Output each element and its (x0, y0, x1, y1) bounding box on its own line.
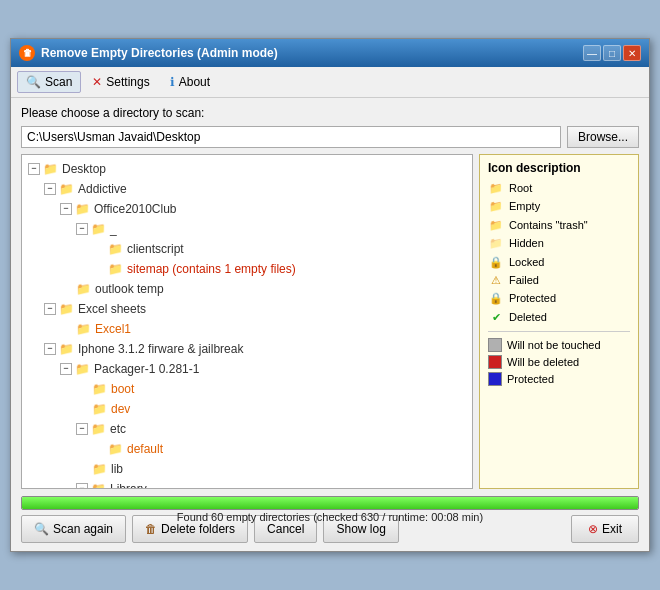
window-controls: — □ ✕ (583, 45, 641, 61)
folder-icon: 📁 (92, 400, 107, 418)
expand-icon[interactable]: − (44, 183, 56, 195)
node-label: outlook temp (95, 280, 164, 298)
folder-icon: 📁 (76, 280, 91, 298)
tree-row[interactable]: 📁 boot (26, 379, 468, 399)
delete-folders-label: Delete folders (161, 522, 235, 536)
tree-row[interactable]: − 📁 Excel sheets (26, 299, 468, 319)
title-bar: 🗑 Remove Empty Directories (Admin mode) … (11, 39, 649, 67)
path-label-row: Please choose a directory to scan: (21, 106, 639, 120)
cancel-label: Cancel (267, 522, 304, 536)
toolbar: 🔍 Scan ✕ Settings ℹ About (11, 67, 649, 98)
folder-icon: 📁 (91, 420, 106, 438)
browse-button[interactable]: Browse... (567, 126, 639, 148)
protected-icon: 🔒 (488, 292, 504, 306)
expand-icon[interactable]: − (76, 483, 88, 489)
tree-row[interactable]: 📁 default (26, 439, 468, 459)
minimize-button[interactable]: — (583, 45, 601, 61)
progress-bar-inner (22, 497, 638, 509)
expand-icon[interactable]: − (44, 303, 56, 315)
scan-icon: 🔍 (26, 75, 41, 89)
legend-gray-box (488, 338, 502, 352)
main-area: − 📁 Desktop − 📁 Addictive − (21, 154, 639, 489)
about-tab-button[interactable]: ℹ About (161, 71, 219, 93)
node-label: Library (110, 480, 147, 489)
locked-icon: 🔒 (488, 255, 504, 269)
folder-icon: 📁 (59, 180, 74, 198)
settings-tab-button[interactable]: ✕ Settings (83, 71, 158, 93)
tree-row[interactable]: 📁 Excel1 (26, 319, 468, 339)
tree-row[interactable]: 📁 sitemap (contains 1 empty files) (26, 259, 468, 279)
locked-label: Locked (509, 255, 544, 270)
legend-gray-label: Will not be touched (507, 339, 601, 351)
tree-row[interactable]: − 📁 Packager-1 0.281-1 (26, 359, 468, 379)
folder-icon: 📁 (75, 360, 90, 378)
node-label: Iphone 3.1.2 firware & jailbreak (78, 340, 243, 358)
failed-label: Failed (509, 273, 539, 288)
window-title: Remove Empty Directories (Admin mode) (41, 46, 278, 60)
legend-row-blue: Protected (488, 372, 630, 386)
expand-icon[interactable]: − (60, 203, 72, 215)
exit-label: Exit (602, 522, 622, 536)
node-label: dev (111, 400, 130, 418)
tree-row[interactable]: 📁 dev (26, 399, 468, 419)
icon-description-panel: Icon description 📁 Root 📁 Empty 📁 Contai… (479, 154, 639, 489)
tree-row[interactable]: − 📁 Office2010Club (26, 199, 468, 219)
folder-icon: 📁 (91, 480, 106, 489)
legend-blue-box (488, 372, 502, 386)
tree-panel[interactable]: − 📁 Desktop − 📁 Addictive − (21, 154, 473, 489)
progress-bar-container: Found 60 empty directories (checked 630 … (21, 496, 639, 510)
tree-row[interactable]: 📁 outlook temp (26, 279, 468, 299)
legend-red-box (488, 355, 502, 369)
close-button[interactable]: ✕ (623, 45, 641, 61)
scan-tab-button[interactable]: 🔍 Scan (17, 71, 81, 93)
legend-red-label: Will be deleted (507, 356, 579, 368)
node-label: etc (110, 420, 126, 438)
about-icon: ℹ (170, 75, 175, 89)
node-label: Addictive (78, 180, 127, 198)
tree-row[interactable]: − 📁 Addictive (26, 179, 468, 199)
icon-row-failed: ⚠ Failed (488, 273, 630, 288)
node-label: boot (111, 380, 134, 398)
icon-row-locked: 🔒 Locked (488, 255, 630, 270)
expand-icon[interactable]: − (44, 343, 56, 355)
scan-again-icon: 🔍 (34, 522, 49, 536)
node-label: Office2010Club (94, 200, 177, 218)
expand-icon[interactable]: − (60, 363, 72, 375)
about-tab-label: About (179, 75, 210, 89)
tree-row[interactable]: − 📁 etc (26, 419, 468, 439)
protected-label: Protected (509, 291, 556, 306)
empty-icon: 📁 (488, 200, 504, 214)
empty-label: Empty (509, 199, 540, 214)
node-label: Packager-1 0.281-1 (94, 360, 199, 378)
tree-row[interactable]: 📁 clientscript (26, 239, 468, 259)
tree-row[interactable]: − 📁 Iphone 3.1.2 firware & jailbreak (26, 339, 468, 359)
maximize-button[interactable]: □ (603, 45, 621, 61)
folder-icon: 📁 (59, 340, 74, 358)
folder-icon: 📁 (91, 220, 106, 238)
trash-icon: 📁 (488, 218, 504, 232)
expand-icon[interactable]: − (76, 223, 88, 235)
tree-row[interactable]: − 📁 Desktop (26, 159, 468, 179)
tree-row[interactable]: − 📁 _ (26, 219, 468, 239)
expand-icon[interactable]: − (28, 163, 40, 175)
scan-again-label: Scan again (53, 522, 113, 536)
legend-row-red: Will be deleted (488, 355, 630, 369)
content-area: Please choose a directory to scan: Brows… (11, 98, 649, 551)
node-label: Excel1 (95, 320, 131, 338)
settings-icon: ✕ (92, 75, 102, 89)
icon-desc-title: Icon description (488, 161, 630, 175)
deleted-icon: ✔ (488, 310, 504, 324)
settings-tab-label: Settings (106, 75, 149, 89)
tree-row[interactable]: − 📁 Library (26, 479, 468, 489)
failed-icon: ⚠ (488, 274, 504, 288)
path-input[interactable] (21, 126, 561, 148)
app-icon: 🗑 (19, 45, 35, 61)
expand-icon[interactable]: − (76, 423, 88, 435)
node-label: clientscript (127, 240, 184, 258)
title-bar-left: 🗑 Remove Empty Directories (Admin mode) (19, 45, 278, 61)
node-label: Excel sheets (78, 300, 146, 318)
tree-row[interactable]: 📁 lib (26, 459, 468, 479)
exit-icon: ⊗ (588, 522, 598, 536)
hidden-icon: 📁 (488, 237, 504, 251)
legend-area: Will not be touched Will be deleted Prot… (488, 331, 630, 386)
